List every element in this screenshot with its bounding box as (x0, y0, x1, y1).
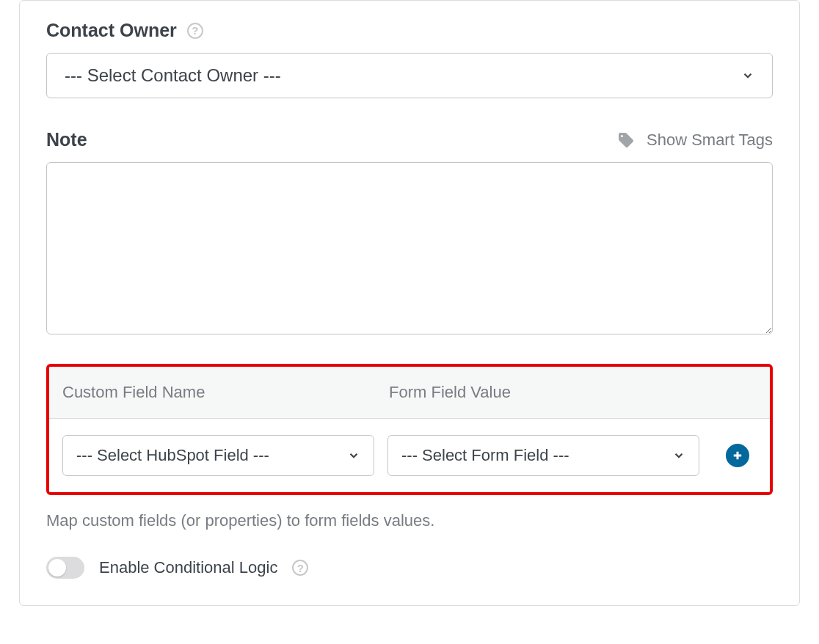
note-label-row: Note Show Smart Tags (46, 129, 773, 150)
hubspot-field-select[interactable]: --- Select HubSpot Field --- (62, 435, 374, 476)
chevron-down-icon (741, 69, 754, 82)
custom-field-mapping-box: Custom Field Name Form Field Value --- S… (46, 364, 773, 495)
conditional-logic-toggle[interactable] (46, 557, 84, 579)
tag-icon (617, 131, 635, 149)
toggle-knob (48, 559, 66, 577)
help-icon[interactable]: ? (292, 560, 308, 576)
show-smart-tags-button[interactable]: Show Smart Tags (617, 131, 773, 150)
conditional-logic-row: Enable Conditional Logic ? (46, 557, 773, 579)
plus-icon (731, 449, 744, 462)
hubspot-field-select-value: --- Select HubSpot Field --- (76, 446, 269, 465)
chevron-down-icon (672, 449, 685, 462)
contact-owner-label-row: Contact Owner ? (46, 20, 773, 41)
mapping-help-text: Map custom fields (or properties) to for… (46, 511, 773, 530)
show-smart-tags-text: Show Smart Tags (647, 131, 773, 150)
form-field-select-value: --- Select Form Field --- (401, 446, 569, 465)
mapping-header-col-name: Custom Field Name (62, 383, 389, 402)
note-label-text: Note (46, 129, 87, 150)
help-icon[interactable]: ? (187, 23, 203, 39)
contact-owner-label: Contact Owner ? (46, 20, 203, 41)
note-label: Note (46, 129, 87, 150)
contact-owner-select-value: --- Select Contact Owner --- (65, 65, 281, 86)
add-mapping-button[interactable] (726, 444, 749, 467)
mapping-header-col-value: Form Field Value (389, 383, 757, 402)
contact-owner-label-text: Contact Owner (46, 20, 177, 41)
conditional-logic-label: Enable Conditional Logic (99, 558, 277, 577)
form-field-select[interactable]: --- Select Form Field --- (387, 435, 699, 476)
contact-owner-select[interactable]: --- Select Contact Owner --- (46, 53, 773, 98)
settings-panel: Contact Owner ? --- Select Contact Owner… (19, 0, 800, 606)
mapping-header: Custom Field Name Form Field Value (49, 367, 770, 419)
mapping-row: --- Select HubSpot Field --- --- Select … (49, 419, 770, 492)
chevron-down-icon (347, 449, 360, 462)
note-textarea[interactable] (46, 162, 773, 334)
